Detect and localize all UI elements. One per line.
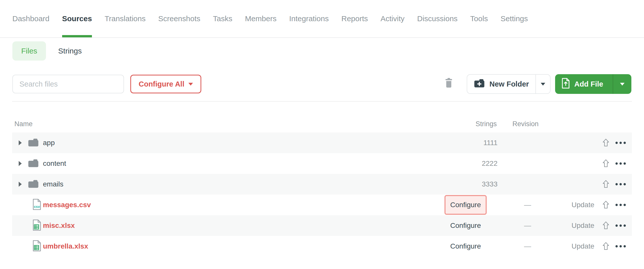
nav-item-settings[interactable]: Settings [501, 0, 528, 37]
configure-all-button[interactable]: Configure All [130, 75, 201, 93]
configure-all-label: Configure All [139, 80, 184, 88]
configure-button[interactable]: Configure [444, 216, 487, 235]
nav-item-translations[interactable]: Translations [105, 0, 145, 37]
nav-item-activity[interactable]: Activity [381, 0, 405, 37]
revision-value: — [517, 201, 538, 209]
folder-name[interactable]: content [43, 159, 66, 168]
file-name[interactable]: misc.xlsx [43, 222, 75, 230]
upload-icon[interactable] [603, 180, 610, 189]
nav-item-integrations[interactable]: Integrations [289, 0, 329, 37]
table-row-file-misc-xlsx: misc.xlsx Configure — Update [12, 215, 632, 236]
add-file-button[interactable]: Add File [555, 74, 613, 94]
upload-icon[interactable] [603, 201, 610, 209]
update-button[interactable]: Update [572, 201, 594, 209]
xlsx-file-icon [32, 240, 42, 253]
csv-file-icon: csv [32, 198, 42, 211]
upload-icon[interactable] [603, 221, 610, 230]
more-actions-icon[interactable] [615, 245, 626, 248]
files-table: app 1111 content 2222 [12, 132, 632, 257]
upload-icon[interactable] [603, 242, 610, 251]
more-actions-icon[interactable] [615, 163, 626, 165]
trash-icon [445, 85, 453, 89]
nav-item-discussions[interactable]: Discussions [417, 0, 458, 37]
search-input[interactable] [12, 75, 124, 93]
more-actions-icon[interactable] [615, 142, 626, 144]
update-button[interactable]: Update [572, 222, 594, 230]
more-actions-icon[interactable] [615, 204, 626, 206]
strings-count: 3333 [482, 180, 498, 188]
add-file-label: Add File [574, 80, 603, 88]
chevron-right-icon[interactable] [19, 182, 22, 187]
more-actions-icon[interactable] [615, 225, 626, 227]
table-row-folder-app: app 1111 [12, 132, 632, 153]
new-folder-button[interactable]: New Folder [467, 75, 535, 93]
toolbar-divider [12, 101, 632, 102]
strings-count: 1111 [483, 139, 498, 147]
folder-name[interactable]: emails [43, 180, 63, 188]
chevron-down-icon [188, 83, 193, 86]
svg-text:csv: csv [34, 205, 40, 209]
column-header-revision: Revision [512, 120, 539, 128]
file-upload-icon [561, 78, 570, 91]
more-actions-icon[interactable] [615, 183, 626, 185]
column-header-strings: Strings [476, 120, 497, 128]
update-button[interactable]: Update [572, 242, 594, 250]
add-file-split-button: Add File [555, 74, 631, 94]
table-row-file-umbrella-xlsx: umbrella.xlsx Configure — Update [12, 236, 632, 257]
folder-plus-icon [474, 79, 485, 90]
upload-icon[interactable] [603, 139, 610, 147]
add-file-dropdown-button[interactable] [613, 74, 631, 94]
configure-button-highlighted[interactable]: Configure [444, 195, 487, 215]
table-row-folder-content: content 2222 [12, 153, 632, 174]
files-table-header: Name Strings Revision [0, 116, 644, 132]
strings-count: 2222 [482, 159, 498, 168]
tab-strings[interactable]: Strings [58, 47, 82, 55]
folder-icon [28, 158, 39, 169]
chevron-down-icon [620, 83, 625, 86]
nav-item-tools[interactable]: Tools [470, 0, 488, 37]
sources-files-page: Dashboard Sources Translations Screensho… [0, 0, 644, 269]
new-folder-dropdown-button[interactable] [535, 75, 550, 93]
chevron-right-icon[interactable] [19, 161, 22, 166]
chevron-down-icon [541, 83, 545, 86]
tab-files[interactable]: Files [12, 41, 46, 61]
upload-icon[interactable] [603, 159, 610, 168]
folder-icon [28, 179, 39, 189]
table-row-file-messages-csv: csv messages.csv Configure — Update [12, 195, 632, 215]
trash-button[interactable] [444, 78, 453, 89]
new-folder-split-button: New Folder [467, 74, 551, 94]
sources-subtabs: Files Strings [12, 41, 82, 61]
file-name[interactable]: messages.csv [43, 201, 91, 209]
nav-item-reports[interactable]: Reports [341, 0, 368, 37]
nav-item-sources[interactable]: Sources [62, 0, 92, 37]
nav-item-tasks[interactable]: Tasks [213, 0, 232, 37]
file-name[interactable]: umbrella.xlsx [43, 242, 88, 250]
chevron-right-icon[interactable] [19, 140, 22, 145]
new-folder-label: New Folder [489, 80, 529, 88]
revision-value: — [517, 222, 538, 230]
folder-name[interactable]: app [43, 139, 55, 147]
configure-button[interactable]: Configure [444, 236, 487, 256]
nav-item-dashboard[interactable]: Dashboard [12, 0, 49, 37]
nav-item-screenshots[interactable]: Screenshots [158, 0, 200, 37]
table-row-folder-emails: emails 3333 [12, 174, 632, 195]
folder-icon [28, 138, 39, 148]
project-top-nav: Dashboard Sources Translations Screensho… [0, 0, 644, 38]
nav-item-members[interactable]: Members [245, 0, 277, 37]
column-header-name: Name [14, 120, 33, 128]
revision-value: — [517, 242, 538, 250]
xlsx-file-icon [32, 219, 42, 232]
